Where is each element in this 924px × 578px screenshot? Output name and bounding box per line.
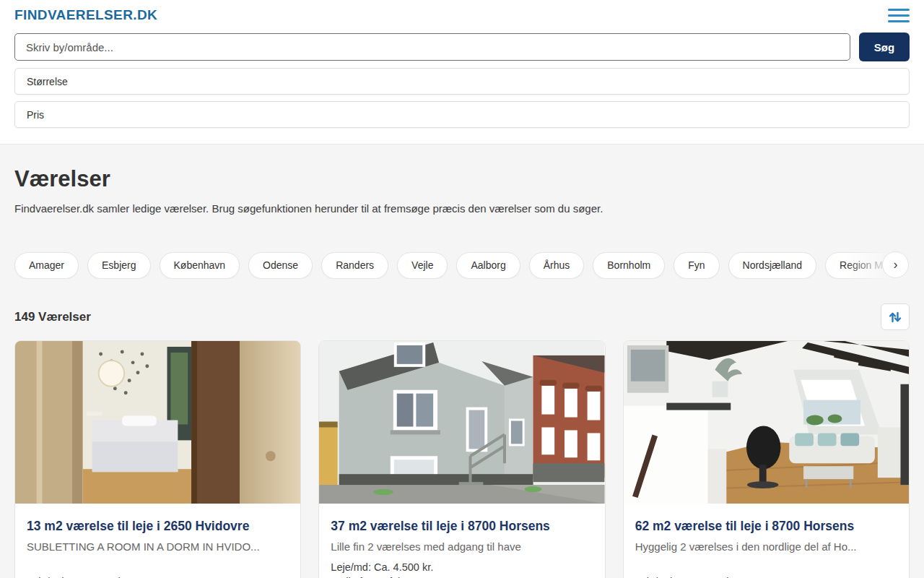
pills-next-button[interactable]: › [882,251,909,278]
chevron-right-icon: › [894,257,898,272]
sort-button[interactable] [881,303,910,330]
listing-rent: Leje/md: Ca. 6.000 kr. [635,575,897,578]
page-intro: Findvaerelser.dk samler ledige værelser.… [14,202,910,215]
listing-subtitle: Lille fin 2 værelses med adgang til have [331,540,593,553]
listing-rent: Leje/md: Ca. 3.500 kr. [27,575,289,578]
menu-bar [888,14,910,17]
hamburger-menu-icon[interactable] [888,7,910,24]
results-count: 149 Værelser [14,310,91,324]
listing-title[interactable]: 13 m2 værelse til leje i 2650 Hvidovre [27,519,289,534]
main-content: Værelser Findvaerelser.dk samler ledige … [0,166,924,578]
city-pill-odense[interactable]: Odense [248,252,313,279]
page-title: Værelser [14,166,910,192]
menu-bar [888,9,910,11]
listing-card-body: 37 m2 værelse til leje i 8700 Horsens Li… [319,504,604,578]
filter-price-dropdown[interactable]: Pris [14,101,910,128]
listing-card[interactable]: 13 m2 værelse til leje i 2650 Hvidovre S… [14,340,301,578]
listing-meta: Leje/md: Ca. 3.500 kr. [27,561,289,578]
city-pill-amager[interactable]: Amager [14,252,79,279]
listing-photo [15,341,300,504]
listing-meta: Leje/md: Ca. 4.500 kr. Ledig fra: 1. feb… [331,561,593,578]
listing-title[interactable]: 62 m2 værelse til leje i 8700 Horsens [635,519,897,534]
listing-rent: Leje/md: Ca. 4.500 kr. [331,561,593,575]
listing-card-body: 62 m2 værelse til leje i 8700 Horsens Hy… [624,504,909,578]
city-pill-vejle[interactable]: Vejle [397,252,448,279]
listing-title[interactable]: 37 m2 værelse til leje i 8700 Horsens [331,519,593,534]
listing-subtitle: Hyggelig 2 værelses i den nordlige del a… [635,540,897,553]
header-section: FINDVAERELSER.DK Søg Størrelse Pris [0,0,924,144]
listing-available-from: Ledig fra: 1. februar 2026 [331,575,593,578]
city-pill-fyn[interactable]: Fyn [674,252,719,279]
listings-grid: 13 m2 værelse til leje i 2650 Hvidovre S… [14,340,910,578]
city-pill-bornholm[interactable]: Bornholm [593,252,665,279]
city-pill--rhus[interactable]: Århus [529,252,585,279]
city-pill-k-benhavn[interactable]: København [160,252,240,279]
city-pill-esbjerg[interactable]: Esbjerg [87,252,150,279]
filter-size-label: Størrelse [27,76,68,87]
menu-bar [888,20,910,22]
city-pills-carousel: AmagerEsbjergKøbenhavnOdenseRandersVejle… [14,251,910,279]
city-pills-row: AmagerEsbjergKøbenhavnOdenseRandersVejle… [14,251,910,279]
listing-photo [319,341,604,504]
results-bar: 149 Værelser [14,303,910,330]
city-pill-randers[interactable]: Randers [321,252,388,279]
filter-price-label: Pris [27,109,44,121]
search-bar: Søg [14,33,910,61]
search-input[interactable] [14,33,850,61]
listing-card-body: 13 m2 værelse til leje i 2650 Hvidovre S… [15,504,300,578]
listing-card[interactable]: 62 m2 værelse til leje i 8700 Horsens Hy… [623,340,910,578]
listing-meta: Leje/md: Ca. 6.000 kr. [635,561,897,578]
listing-subtitle: SUBLETTING A ROOM IN A DORM IN HVIDO... [27,540,289,553]
listing-photo [624,341,909,504]
listing-card[interactable]: 37 m2 værelse til leje i 8700 Horsens Li… [318,340,605,578]
navbar: FINDVAERELSER.DK [14,0,910,30]
sort-arrows-icon [888,310,902,324]
city-pill-aalborg[interactable]: Aalborg [456,252,520,279]
site-logo[interactable]: FINDVAERELSER.DK [14,7,157,23]
search-button[interactable]: Søg [859,33,910,61]
filter-size-dropdown[interactable]: Størrelse [14,68,910,95]
city-pill-nordsj-lland[interactable]: Nordsjælland [728,252,816,279]
